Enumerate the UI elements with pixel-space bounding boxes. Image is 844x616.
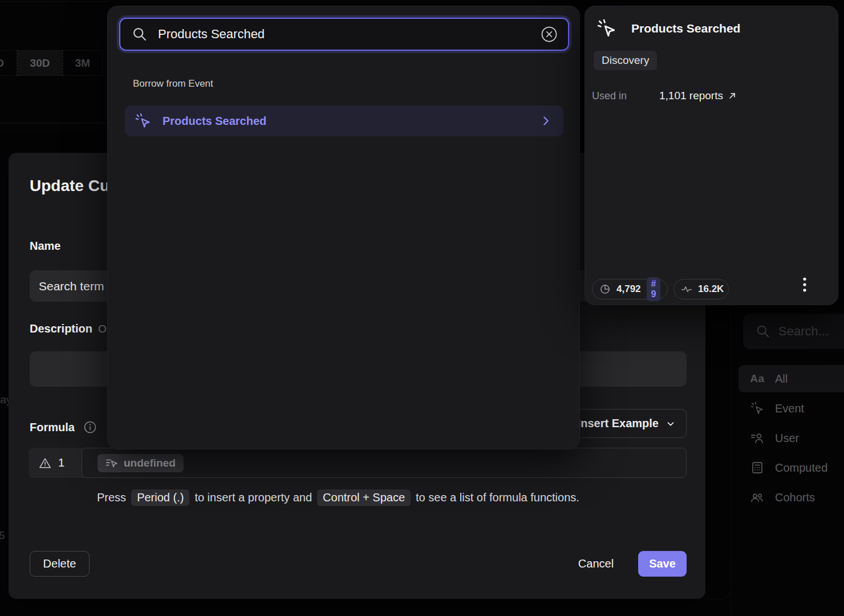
chart-axis-fragment-lower: 5 <box>0 529 5 542</box>
hint-middle: to insert a property and <box>194 491 312 504</box>
time-range-30d-button[interactable]: 30D <box>17 50 63 76</box>
sidebar-item-label: Computed <box>775 461 827 475</box>
pie-chart-icon <box>599 283 611 295</box>
used-in-row: Used in 1,101 reports <box>592 90 737 102</box>
stat-value: 4,792 <box>616 283 641 295</box>
insert-example-label: Insert Example <box>578 417 659 430</box>
dropdown-search-input[interactable]: Products Searched <box>119 18 569 51</box>
borrow-from-event-section-label: Borrow from Event <box>133 78 213 90</box>
event-count-stat-pill[interactable]: 4,792 # 9 <box>592 279 668 299</box>
sidebar-search-input[interactable]: Search... <box>743 314 844 349</box>
chevron-right-icon <box>539 115 552 127</box>
modal-title: Update Cu <box>30 177 109 195</box>
description-label-text: Description <box>30 322 92 335</box>
formula-label: Formula <box>30 421 75 434</box>
calculator-icon <box>750 461 765 475</box>
app-screen: D 30D 3M lay 5 Search... Aa All <box>0 0 844 616</box>
event-cursor-icon <box>597 19 616 38</box>
chip-label: undefined <box>124 457 176 469</box>
volume-stat-pill[interactable]: 16.2K <box>673 279 729 299</box>
hint-press: Press <box>97 491 126 504</box>
kebab-menu-icon[interactable] <box>797 275 812 294</box>
property-search-dropdown: Products Searched Borrow from Event Prod… <box>107 6 580 449</box>
description-label: Description O <box>30 322 107 335</box>
cohorts-icon <box>750 491 765 504</box>
description-optional-fragment: O <box>98 323 107 335</box>
cancel-button[interactable]: Cancel <box>570 551 622 577</box>
info-icon[interactable] <box>83 420 97 434</box>
property-filter-sidebar: Search... Aa All Event <box>731 308 844 616</box>
formula-hint: Press Period (.) to insert a property an… <box>97 489 579 506</box>
aa-text-icon: Aa <box>750 372 765 385</box>
used-in-value: 1,101 reports <box>659 90 723 102</box>
used-in-reports-link[interactable]: 1,101 reports <box>659 90 737 102</box>
warning-icon <box>39 457 51 469</box>
event-cursor-icon <box>135 113 151 129</box>
category-badge: Discovery <box>594 51 657 70</box>
name-label: Name <box>30 240 60 253</box>
sidebar-item-cohorts[interactable]: Cohorts <box>738 484 844 511</box>
sidebar-item-user[interactable]: User <box>738 424 844 452</box>
sidebar-item-label: All <box>775 372 788 386</box>
formula-input[interactable]: undefined <box>82 448 687 478</box>
user-icon <box>750 431 765 445</box>
sidebar-search-placeholder: Search... <box>778 324 829 339</box>
arrow-up-right-icon <box>728 91 737 100</box>
search-query-text: Products Searched <box>158 27 530 42</box>
sidebar-item-computed[interactable]: Computed <box>738 454 844 481</box>
stat-value: 16.2K <box>698 283 724 295</box>
period-key-chip: Period (.) <box>131 489 189 506</box>
chevron-down-icon <box>666 419 676 429</box>
background-panel-corner <box>707 568 731 599</box>
time-range-3m-button[interactable]: 3M <box>63 50 103 76</box>
toolbar-top-border <box>0 1 108 2</box>
event-card-title: Products Searched <box>631 22 740 35</box>
custom-property-icon <box>105 457 118 469</box>
control-space-key-chip: Control + Space <box>317 489 411 506</box>
used-in-label: Used in <box>592 90 659 102</box>
rank-badge: # 9 <box>647 277 661 301</box>
delete-button[interactable]: Delete <box>30 551 90 577</box>
search-icon <box>132 26 148 42</box>
event-result-label: Products Searched <box>163 115 528 128</box>
sidebar-item-label: Event <box>775 402 804 415</box>
search-icon <box>756 324 770 339</box>
hint-tail: to see a list of formula functions. <box>416 491 579 504</box>
time-range-7d-button[interactable]: D <box>0 50 17 76</box>
event-details-card: Products Searched Discovery Used in 1,10… <box>585 6 838 305</box>
formula-error-count[interactable]: 1 <box>29 448 87 478</box>
sidebar-item-label: User <box>775 432 799 445</box>
toolbar-bottom-border <box>0 123 108 123</box>
undefined-property-chip[interactable]: undefined <box>98 454 184 472</box>
sidebar-item-all[interactable]: Aa All <box>738 365 844 392</box>
sidebar-item-event[interactable]: Event <box>738 395 844 422</box>
event-result-products-searched[interactable]: Products Searched <box>125 106 563 136</box>
pulse-icon <box>681 283 692 295</box>
event-cursor-icon <box>750 402 765 415</box>
sidebar-item-label: Cohorts <box>775 491 815 504</box>
save-button[interactable]: Save <box>638 551 687 577</box>
warning-count-value: 1 <box>58 456 64 469</box>
clear-search-icon[interactable] <box>541 26 558 43</box>
